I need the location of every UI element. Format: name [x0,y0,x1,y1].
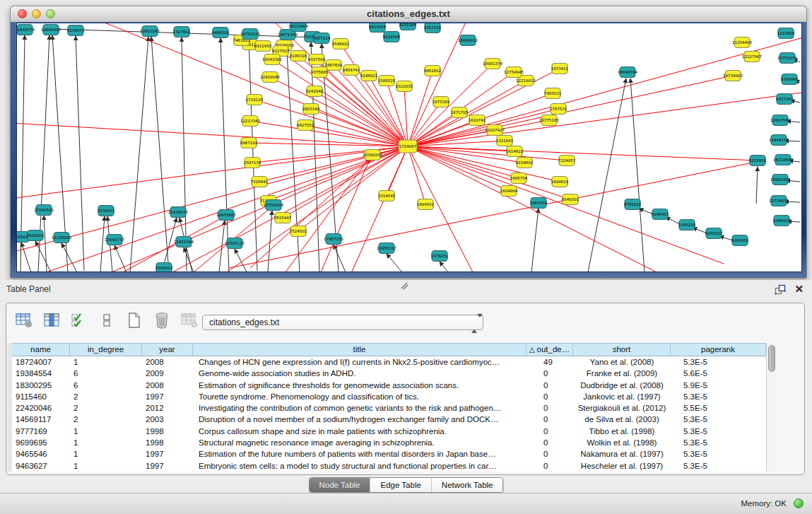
table-row[interactable]: 1872400712008Changes of HCN gene express… [12,356,766,368]
graph-node[interactable]: 8791922 [624,199,642,210]
graph-node[interactable]: 10719193 [240,29,260,40]
graph-node[interactable]: 8131304 [399,23,417,30]
graph-node[interactable]: 8549301 [562,194,579,205]
graph-node[interactable]: 17359924 [264,200,283,211]
graph-node[interactable]: 1115408 [777,28,795,39]
table-row[interactable]: 911546021997Tourette syndrome. Phenomeno… [12,391,766,402]
graph-node[interactable]: 7857224 [313,33,331,44]
table-selector-dropdown[interactable]: citations_edges.txt [202,315,483,330]
network-canvas[interactable]: 1724067183002958601123891295518226058912… [16,23,802,272]
graph-node[interactable]: 12774031 [769,196,789,206]
table-row[interactable]: 946554611997Estimation of the future num… [12,448,766,460]
graph-node[interactable]: 2536031 [98,206,115,216]
table-row[interactable]: 2242004622012Investigating the contribut… [12,402,766,414]
graph-node[interactable]: 11156829 [52,233,71,243]
tab-network-table[interactable]: Network Table [432,478,503,492]
table-scrollbar-thumb[interactable] [768,345,775,372]
graph-node[interactable]: 1675309 [433,97,450,107]
graph-node[interactable]: 18775165 [539,115,559,126]
graph-node[interactable]: 12505115 [225,238,245,249]
graph-node[interactable]: 18981374 [483,59,502,69]
column-header-3[interactable]: title [193,344,526,356]
graph-node[interactable]: 8813054 [369,23,387,33]
graph-node[interactable]: 8186328 [290,51,307,62]
graph-node[interactable]: 16033809 [288,23,308,32]
graph-node[interactable]: 2545013 [155,263,173,272]
graph-node[interactable]: 1604819 [551,177,569,187]
graph-node[interactable]: 8967102 [240,138,258,148]
graph-node[interactable]: 9154692 [516,158,534,168]
graph-node[interactable]: 12213343 [240,116,260,127]
graph-node[interactable]: 9329966 [781,74,799,85]
graph-node[interactable]: 9245022 [705,228,723,239]
graph-node[interactable]: 1614622 [506,146,524,157]
graph-node[interactable]: 17957255 [324,234,343,245]
graph-node[interactable]: 1046101 [773,216,791,226]
graph-node[interactable]: 8427552 [297,120,314,131]
graph-node[interactable]: 10975887 [216,210,236,221]
table-row[interactable]: 1830029562008Estimation of significance … [12,380,766,391]
graph-node[interactable]: 11254408 [732,37,752,48]
graph-node[interactable]: 10435574 [17,25,35,35]
select-columns-button[interactable] [70,311,88,329]
graph-node[interactable]: 10653287 [140,26,160,37]
graph-node[interactable]: 19734903 [723,71,743,81]
graph-node[interactable]: 12444159 [769,135,789,146]
graph-node[interactable]: 2803144 [302,104,320,115]
graph-node[interactable]: 7615447 [274,213,292,223]
close-panel-icon[interactable]: ✕ [794,284,804,295]
graph-node[interactable]: 25160590 [34,205,54,216]
graph-node[interactable]: 13942737 [105,235,124,245]
graph-node[interactable]: 9227343 [776,94,794,105]
table-row[interactable]: 1938455462009Genome-wide association stu… [12,368,766,379]
graph-node[interactable]: 22420046 [260,72,280,83]
table-row[interactable]: 969969511998Structural magnetic resonanc… [12,437,766,448]
window-titlebar[interactable]: citations_edges.txt [11,6,806,23]
graph-node[interactable]: 9146821 [360,71,378,81]
graph-node[interactable]: 8215958 [749,156,767,166]
graph-node[interactable]: 1671705 [451,107,469,118]
graph-node[interactable]: 3915901 [27,230,45,241]
graph-node[interactable]: 18300295 [363,150,382,160]
graph-node[interactable]: 1095216 [678,220,696,230]
graph-node[interactable]: 1610742 [469,115,486,126]
column-header-5[interactable]: short [573,344,671,356]
graph-node[interactable]: 1604864 [500,186,518,197]
graph-node[interactable]: 9234971 [67,25,85,36]
graph-node[interactable]: 9327508 [308,54,326,65]
graph-node[interactable]: 20206535 [168,207,188,218]
float-panel-icon[interactable] [775,284,786,295]
graph-node[interactable]: 1321641 [496,136,514,146]
table-row[interactable]: 946362711997Embryonic stem cells: a mode… [12,460,766,472]
graph-node[interactable]: 1327602 [173,27,191,37]
graph-node[interactable]: 9546021 [332,39,350,49]
graph-node[interactable]: 16210643 [773,155,793,165]
tab-edge-table[interactable]: Edge Table [370,478,431,492]
graph-node[interactable]: 1588520 [378,76,396,86]
graph-node[interactable]: 1092450 [731,235,749,246]
graph-node[interactable]: 1724067 [399,140,417,153]
graph-node[interactable]: 12754945 [504,67,524,78]
graph-node[interactable]: 1695756 [510,173,528,184]
column-header-2[interactable]: year [142,344,193,356]
graph-node[interactable]: 7526441 [251,177,269,187]
graph-node[interactable]: 9145415 [652,209,669,220]
column-header-4[interactable]: △out_de… [526,344,573,356]
delete-column-button[interactable] [153,311,171,329]
graph-node[interactable]: 12093582 [770,115,790,126]
graph-node[interactable]: 7224057 [558,156,576,166]
graph-node[interactable]: 16640910 [458,35,478,46]
graph-node[interactable]: 15892951 [770,175,790,185]
graph-node[interactable]: 1557232 [424,23,442,33]
graph-node[interactable]: 9242848 [306,86,324,97]
graph-node[interactable]: 11451944 [174,237,194,247]
row-height-button[interactable] [98,311,116,329]
graph-node[interactable]: 7524502 [290,226,307,237]
table-row[interactable]: 1456911722003Disruption of a novel membe… [12,414,766,425]
graph-node[interactable]: 16543382 [262,54,282,65]
graph-node[interactable]: 1894501 [417,199,435,210]
table-scrollbar[interactable] [766,343,777,472]
citation-network-graph[interactable]: 1724067183002958601123891295518226058912… [17,23,801,271]
column-header-0[interactable]: name [12,344,70,356]
graph-node[interactable]: 1797531 [550,104,567,115]
